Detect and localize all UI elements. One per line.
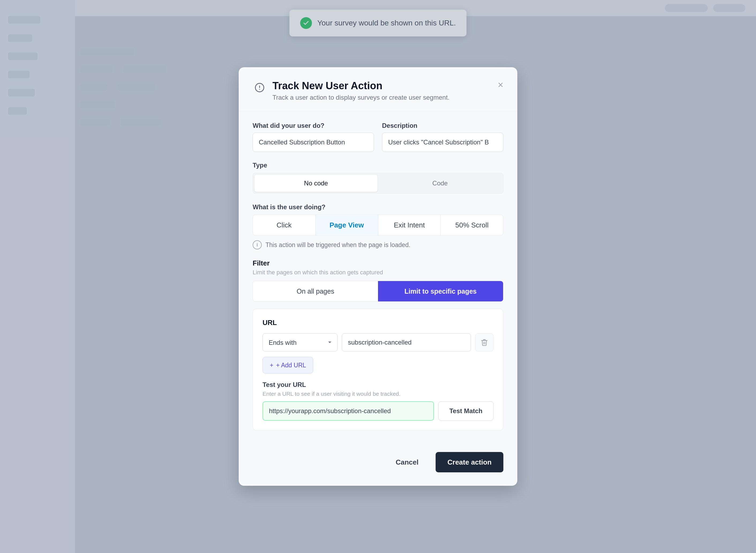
filter-tabs: On all pages Limit to specific pages	[253, 281, 503, 302]
url-value-input[interactable]	[342, 333, 471, 351]
type-toggle: No code Code	[253, 173, 503, 194]
filter-all-pages[interactable]: On all pages	[253, 281, 378, 301]
type-group: Type No code Code	[253, 162, 503, 194]
add-url-button[interactable]: + + Add URL	[262, 357, 313, 374]
test-url-row: Test Match	[262, 401, 494, 421]
add-url-label: + Add URL	[276, 362, 306, 369]
filter-label: Filter	[253, 259, 503, 267]
description-input[interactable]	[382, 133, 503, 152]
url-condition-select[interactable]: Ends with Contains Starts with Equals Do…	[262, 333, 338, 351]
modal-icon	[253, 81, 266, 95]
type-code-button[interactable]: Code	[379, 175, 502, 192]
action-type-label: What is the user doing?	[253, 203, 503, 211]
test-url-hint: Enter a URL to see if a user visiting it…	[262, 391, 494, 397]
track-action-modal: Track New User Action Track a user actio…	[239, 67, 517, 486]
description-label: Description	[382, 122, 503, 130]
url-card: URL Ends with Contains Starts with Equal…	[253, 309, 503, 430]
modal-footer: Cancel Create action	[239, 452, 517, 472]
modal-subtitle: Track a user action to display surveys o…	[272, 94, 503, 101]
test-url-section: Test your URL Enter a URL to see if a us…	[262, 381, 494, 421]
info-message: i This action will be triggered when the…	[253, 240, 503, 249]
cancel-button[interactable]: Cancel	[384, 452, 430, 472]
type-no-code-button[interactable]: No code	[254, 175, 377, 192]
action-tabs: Click Page View Exit Intent 50% Scroll	[253, 215, 503, 236]
what-group: What did your user do?	[253, 122, 374, 152]
filter-specific-pages[interactable]: Limit to specific pages	[378, 281, 503, 301]
url-condition-row: Ends with Contains Starts with Equals Do…	[262, 333, 494, 351]
add-icon: +	[270, 362, 273, 369]
delete-url-button[interactable]	[475, 333, 494, 351]
modal-title: Track New User Action	[272, 80, 503, 92]
tab-scroll[interactable]: 50% Scroll	[441, 215, 503, 235]
close-button[interactable]: ×	[496, 78, 506, 92]
type-label: Type	[253, 162, 503, 169]
what-input[interactable]	[253, 133, 374, 152]
info-icon: i	[253, 240, 262, 249]
filter-sublabel: Limit the pages on which this action get…	[253, 269, 503, 276]
what-label: What did your user do?	[253, 122, 374, 130]
filter-section: Filter Limit the pages on which this act…	[253, 259, 503, 302]
form-top-row: What did your user do? Description	[253, 122, 503, 152]
modal-header: Track New User Action Track a user actio…	[239, 67, 517, 111]
tab-exit-intent[interactable]: Exit Intent	[378, 215, 441, 235]
modal-body: What did your user do? Description Type …	[239, 111, 517, 441]
info-text: This action will be triggered when the p…	[265, 241, 410, 249]
test-match-button[interactable]: Test Match	[438, 401, 494, 421]
test-url-label: Test your URL	[262, 381, 494, 389]
modal-header-text: Track New User Action Track a user actio…	[272, 80, 503, 101]
url-card-label: URL	[262, 319, 494, 327]
tab-page-view[interactable]: Page View	[316, 215, 378, 235]
description-group: Description	[382, 122, 503, 152]
test-url-input[interactable]	[262, 401, 434, 421]
tab-click[interactable]: Click	[253, 215, 316, 235]
create-action-button[interactable]: Create action	[436, 452, 503, 472]
action-type-group: What is the user doing? Click Page View …	[253, 203, 503, 236]
